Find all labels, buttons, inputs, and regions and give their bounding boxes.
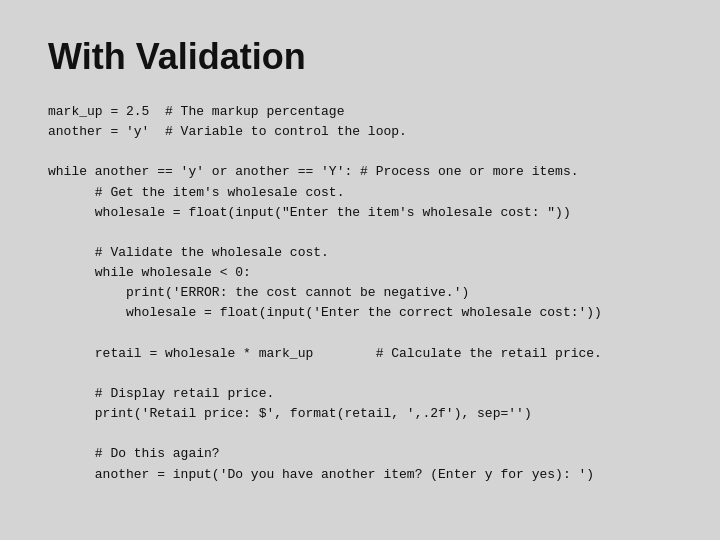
slide-title: With Validation — [48, 36, 672, 78]
slide: With Validation mark_up = 2.5 # The mark… — [0, 0, 720, 540]
code-block: mark_up = 2.5 # The markup percentage an… — [48, 102, 672, 485]
